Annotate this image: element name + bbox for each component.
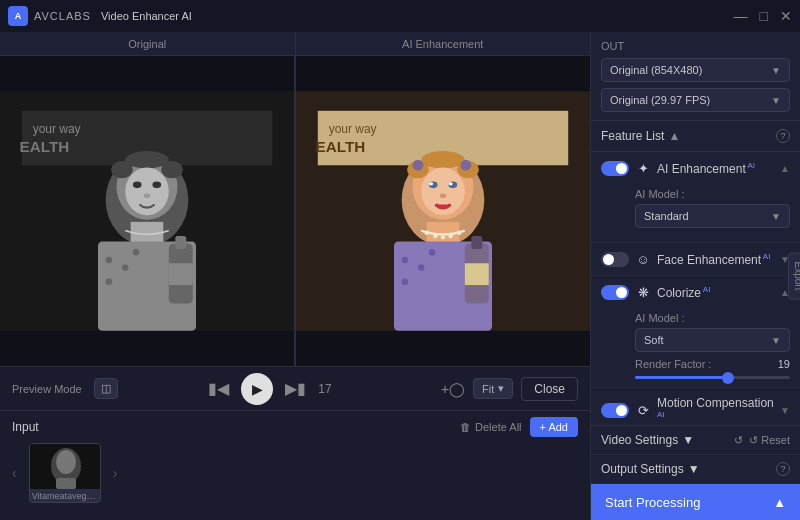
ai-model-label: AI Model : (635, 188, 790, 200)
face-enhancement-row: ☺ Face Enhancement AI ▼ (591, 243, 800, 275)
start-processing-button[interactable]: Start Processing ▲ (591, 484, 800, 520)
motion-compensation-row: ⟳ Motion Compensation AI ▼ (591, 388, 800, 425)
video-settings-row[interactable]: Video Settings ▼ ↺ ↺ Reset (591, 426, 800, 455)
ai-enhancement-feature: ✦ AI Enhancement AI ▲ AI Model : Standar… (591, 152, 800, 243)
svg-point-49 (433, 234, 437, 238)
ai-model-arrow-icon: ▼ (771, 211, 781, 222)
svg-rect-56 (56, 478, 76, 489)
frame-counter: 17 (318, 382, 342, 396)
svg-point-16 (122, 264, 129, 271)
reset-action[interactable]: ↺ ↺ Reset (734, 434, 790, 447)
reset-icon: ↺ (734, 434, 743, 447)
motion-compensation-feature: ⟳ Motion Compensation AI ▼ (591, 388, 800, 425)
close-icon[interactable]: ✕ (780, 9, 792, 23)
scroll-right-icon[interactable]: › (109, 461, 122, 485)
main-layout: Original AI Enhancement your way EALTH (0, 32, 800, 520)
svg-point-11 (152, 182, 161, 189)
app-title: Video Enhancer AI (101, 10, 192, 22)
fps-arrow-icon: ▼ (771, 95, 781, 106)
render-factor-value: 19 (778, 358, 790, 370)
render-slider-thumb[interactable] (722, 372, 734, 384)
resolution-arrow-icon: ▼ (771, 65, 781, 76)
face-enhancement-toggle[interactable] (601, 252, 629, 267)
svg-point-8 (125, 151, 169, 168)
face-enhancement-name: Face Enhancement AI (657, 252, 774, 267)
minimize-icon[interactable]: — (734, 9, 748, 23)
zoom-dropdown[interactable]: Fit ▾ (473, 378, 513, 399)
enhanced-video-pane: your way EALTH (296, 56, 590, 366)
zoom-in-button[interactable]: +◯ (437, 377, 469, 401)
preview-header: Original AI Enhancement (0, 32, 590, 56)
render-slider-track (635, 376, 790, 379)
svg-point-38 (440, 194, 447, 198)
render-slider-fill (635, 376, 728, 379)
svg-point-43 (402, 279, 409, 286)
brand-label: AVCLABS (34, 10, 91, 22)
out-label: OUT (601, 40, 790, 52)
ai-model-dropdown[interactable]: Standard ▼ (635, 204, 790, 228)
zoom-area: +◯ Fit ▾ (437, 377, 513, 401)
preview-mode-label: Preview Mode (12, 383, 82, 395)
svg-point-30 (421, 151, 465, 168)
svg-point-37 (448, 182, 452, 185)
input-scroll: ‹ Vitameatavegamin.mp4 › (0, 443, 590, 503)
ai-enhancement-row: ✦ AI Enhancement AI ▲ (591, 152, 800, 184)
toggle-knob (603, 254, 614, 265)
maximize-icon[interactable]: □ (760, 9, 768, 23)
motion-compensation-expand-icon[interactable]: ▼ (780, 405, 790, 416)
output-settings-help-icon[interactable]: ? (776, 462, 790, 476)
feature-list-title: Feature List ▲ (601, 129, 680, 143)
window-controls: — □ ✕ (734, 9, 792, 23)
original-label: Original (0, 32, 295, 55)
svg-point-32 (413, 160, 424, 171)
output-settings-row[interactable]: Output Settings ▼ ? (591, 455, 800, 484)
titlebar: A AVCLABS Video Enhancer AI — □ ✕ (0, 0, 800, 32)
colorize-model-dropdown[interactable]: Soft ▼ (635, 328, 790, 352)
delete-all-button[interactable]: 🗑 Delete All (460, 417, 521, 437)
face-enhancement-icon: ☺ (635, 251, 651, 267)
toggle-knob (616, 287, 627, 298)
scroll-left-icon[interactable]: ‹ (8, 461, 21, 485)
svg-point-48 (424, 231, 428, 235)
input-actions: 🗑 Delete All + Add (460, 417, 578, 437)
input-section: Input 🗑 Delete All + Add ‹ (0, 410, 590, 520)
trash-icon: 🗑 (460, 421, 471, 433)
render-factor-label: Render Factor : (635, 358, 711, 370)
help-icon[interactable]: ? (776, 129, 790, 143)
ai-enhancement-toggle[interactable] (601, 161, 629, 176)
ai-enhancement-expand-icon[interactable]: ▲ (780, 163, 790, 174)
ai-enhancement-content: AI Model : Standard ▼ (591, 184, 800, 242)
start-expand-icon: ▲ (773, 495, 786, 510)
colorize-feature: ❋ Colorize AI ▲ AI Model : Soft ▼ Render… (591, 276, 800, 388)
svg-point-50 (441, 235, 445, 239)
controls-bar: Preview Mode ◫ ▮◀ ▶ ▶▮ 17 +◯ Fit ▾ Close (0, 366, 590, 410)
skip-back-button[interactable]: ▮◀ (204, 375, 233, 402)
file-thumbnail[interactable]: Vitameatavegamin.mp4 (29, 443, 101, 503)
resolution-dropdown[interactable]: Original (854X480) ▼ (601, 58, 790, 82)
render-factor-row: Render Factor : 19 (635, 358, 790, 370)
app-logo: A AVCLABS Video Enhancer AI (8, 6, 734, 26)
close-button[interactable]: Close (521, 377, 578, 401)
colorize-toggle[interactable] (601, 285, 629, 300)
skip-forward-button[interactable]: ▶▮ (281, 375, 310, 402)
output-settings-label: Output Settings ▼ (601, 462, 700, 476)
export-tab[interactable]: Export (788, 253, 800, 300)
feature-list-collapse-icon[interactable]: ▲ (668, 129, 680, 143)
colorize-name: Colorize AI (657, 285, 774, 300)
svg-point-41 (402, 257, 409, 264)
svg-rect-46 (471, 236, 482, 249)
fps-dropdown[interactable]: Original (29.97 FPS) ▼ (601, 88, 790, 112)
logo-icon: A (8, 6, 28, 26)
svg-point-17 (106, 279, 113, 286)
add-button[interactable]: + Add (530, 417, 578, 437)
video-area: your way EALTH (0, 56, 590, 366)
preview-mode-button[interactable]: ◫ (94, 378, 118, 399)
play-button[interactable]: ▶ (241, 373, 273, 405)
svg-point-10 (133, 182, 142, 189)
input-header: Input 🗑 Delete All + Add (0, 411, 590, 443)
svg-point-42 (418, 264, 425, 271)
input-title: Input (12, 420, 39, 434)
svg-point-36 (429, 182, 433, 185)
svg-point-52 (457, 231, 461, 235)
motion-compensation-toggle[interactable] (601, 403, 629, 418)
